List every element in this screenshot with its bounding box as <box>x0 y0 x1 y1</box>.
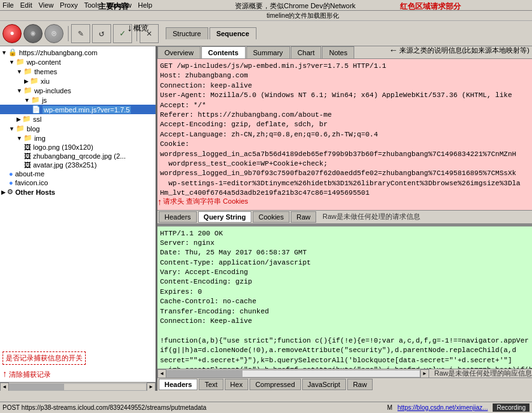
left-panel-annotations: 是否记录捕获信息的开关 ↑ 清除捕获记录 <box>0 349 156 382</box>
tree-item-img[interactable]: ▼ 📁 img <box>0 133 156 143</box>
clear-capture-annotation: ↑ 清除捕获记录 <box>3 369 51 379</box>
tree-item-aboutme[interactable]: ● about-me <box>0 169 156 178</box>
folder-icon: 📁 <box>23 86 32 95</box>
folder-icon: 📁 <box>16 124 25 133</box>
hscroll-track[interactable] <box>166 370 420 377</box>
menubar[interactable]: File Edit View Proxy Tools Window Help 主… <box>0 0 532 11</box>
tree-item-favicon[interactable]: ● favicon.ico <box>0 178 156 187</box>
scroll-left-btn[interactable]: ◀ <box>0 383 9 391</box>
tree-area: ▼ 🔒 https://zhubangbang.com ▼ 📁 wp-conte… <box>0 46 156 349</box>
status-bar: POST https://p38-streams.icloud.com/8392… <box>0 402 532 413</box>
scroll-right-btn[interactable]: ▶ <box>147 383 156 391</box>
tree-label: themes <box>34 68 57 75</box>
toggle-capture-annotation: 是否记录捕获信息的开关 <box>3 351 86 365</box>
image-icon: 🖼 <box>24 161 31 169</box>
tree-item-blog[interactable]: ▼ 📁 blog <box>0 124 156 133</box>
tree-label: img <box>34 134 46 142</box>
detail-tab-notes[interactable]: Notes <box>322 46 354 58</box>
settings-button[interactable]: ◎ <box>44 24 63 43</box>
hscroll-right[interactable]: ▶ <box>420 369 429 378</box>
response-subtab-compressed[interactable]: Compressed <box>249 379 300 390</box>
detail-tab-chart[interactable]: Chart <box>291 46 322 58</box>
refresh-button[interactable]: ↺ <box>92 24 111 43</box>
tree-item-js[interactable]: ▼ 📁 js <box>0 95 156 105</box>
tree-label: zhubangbang_qrcode.jpg (2... <box>33 152 126 160</box>
circle-icon: ● <box>9 170 13 178</box>
tree-item-root[interactable]: ▼ 🔒 https://zhubangbang.com <box>0 48 156 57</box>
tab-structure[interactable]: Structure <box>166 27 208 39</box>
hscroll-left[interactable]: ◀ <box>157 369 166 378</box>
tree-item-otherhosts[interactable]: ▶ ⚙ Other Hosts <box>0 187 156 197</box>
tree-item-qrcode[interactable]: 🖼 zhubangbang_qrcode.jpg (2... <box>0 152 156 161</box>
annotation-sources: ← 来源之类的说明信息(比如来源本地映射等) <box>389 46 529 55</box>
tree-item-wpembed[interactable]: 📄 wp-embed.min.js?ver=1.7.5 <box>0 105 156 114</box>
request-area: GET /wp-includes/js/wp-embed.min.js?ver=… <box>157 59 532 224</box>
left-panel-hscroll[interactable]: ◀ ▶ <box>0 382 156 391</box>
tree-item-themes[interactable]: ▼ 📁 themes <box>0 67 156 76</box>
request-subtab-cookies[interactable]: Cookies <box>253 211 289 223</box>
annotation-overview: ↓ 概览 <box>127 22 149 34</box>
tree-label: xiu <box>41 77 50 85</box>
record-button[interactable]: ● <box>3 24 22 43</box>
left-panel: ▼ 🔒 https://zhubangbang.com ▼ 📁 wp-conte… <box>0 46 157 391</box>
annotation-resources: 资源概要，类似Chrome Dev的Network <box>235 1 356 11</box>
tree-label: wp-content <box>27 58 61 66</box>
scroll-track-h[interactable] <box>9 383 147 391</box>
tree-label: wp-includes <box>34 87 71 95</box>
detail-tab-contents[interactable]: Contents <box>201 46 246 58</box>
raw-response-note: Raw是未做任何处理的响应信息 <box>434 369 532 378</box>
tree-label: avatar.jpg (238x251) <box>33 161 96 169</box>
recording-badge: Recording <box>493 403 529 412</box>
request-subtab-headers[interactable]: Headers <box>159 211 197 223</box>
annotation-request-tabs: ↑ 请求头 查询字符串 Cookies <box>157 197 248 207</box>
response-subtab-raw[interactable]: Raw <box>347 379 373 390</box>
detail-tab-summary[interactable]: Summary <box>246 46 290 58</box>
request-subtab-querystring[interactable]: Query String <box>198 211 252 223</box>
tab-sequence[interactable]: Sequence <box>209 27 256 39</box>
annotations-top-row: timeline的文件加载图形化 <box>0 11 532 21</box>
status-right: https://blog.csdn.net/ximenjiaz... <box>397 404 488 411</box>
response-area: HTTP/1.1 200 OK Server: nginx Date: Thu,… <box>157 226 532 391</box>
toolbar: ● ◉ ◎ ✎ ↺ ✓ ✕ Structure Sequence <box>0 21 532 46</box>
folder-icon: 📁 <box>16 58 25 66</box>
tree-item-wpcontent[interactable]: ▼ 📁 wp-content <box>0 57 156 67</box>
folder-icon: 📁 <box>22 115 31 123</box>
tree-label: blog <box>27 125 40 133</box>
tree-item-ssl[interactable]: ▶ 📁 ssl <box>0 114 156 124</box>
response-hscroll[interactable]: ◀ ▶ Raw是未做任何处理的响应信息 <box>157 369 532 377</box>
response-subtab-text[interactable]: Text <box>199 379 223 390</box>
tree-label: js <box>42 96 47 104</box>
tree-item-wpincludes[interactable]: ▼ 📁 wp-includes <box>0 86 156 95</box>
tree-label: ssl <box>33 115 41 123</box>
response-subtab-headers[interactable]: Headers <box>159 379 197 390</box>
detail-tab-overview[interactable]: Overview <box>157 46 201 58</box>
tree-item-logo[interactable]: 🖼 logo.png (190x120) <box>0 143 156 152</box>
folder-icon: 📁 <box>31 96 40 104</box>
tree-item-avatar[interactable]: 🖼 avatar.jpg (238x251) <box>0 161 156 169</box>
folder-icon: 📁 <box>23 134 32 142</box>
response-subtab-bar: Headers Text Hex Compressed JavaScript <box>157 377 532 391</box>
file-icon: 📄 <box>32 105 41 114</box>
image-icon: 🖼 <box>24 152 31 160</box>
image-icon: 🖼 <box>24 143 31 151</box>
menu-help[interactable]: Help <box>138 1 152 9</box>
tree-label: Other Hosts <box>15 188 55 196</box>
tree-label: about-me <box>15 170 44 178</box>
circle-icon: ● <box>9 179 13 187</box>
request-content: GET /wp-includes/js/wp-embed.min.js?ver=… <box>157 59 532 210</box>
main-area: ▼ 🔒 https://zhubangbang.com ▼ 📁 wp-conte… <box>0 46 532 391</box>
menu-proxy[interactable]: Proxy <box>60 1 77 9</box>
request-subtab-raw[interactable]: Raw <box>291 211 316 223</box>
stop-button[interactable]: ◉ <box>23 24 43 43</box>
folder-icon: 📁 <box>30 77 39 85</box>
status-left: POST https://p38-streams.icloud.com/8392… <box>3 404 382 411</box>
tree-label: favicon.ico <box>15 179 48 187</box>
right-panel: Overview Contents Summary Chart Notes ← … <box>157 46 532 391</box>
menu-view[interactable]: View <box>39 1 54 9</box>
tree-item-xiu[interactable]: ▶ 📁 xiu <box>0 76 156 86</box>
response-subtab-hex[interactable]: Hex <box>225 379 249 390</box>
edit-button[interactable]: ✎ <box>71 24 90 43</box>
menu-edit[interactable]: Edit <box>20 1 32 9</box>
response-subtab-javascript[interactable]: JavaScript <box>302 379 346 390</box>
menu-file[interactable]: File <box>3 1 14 9</box>
